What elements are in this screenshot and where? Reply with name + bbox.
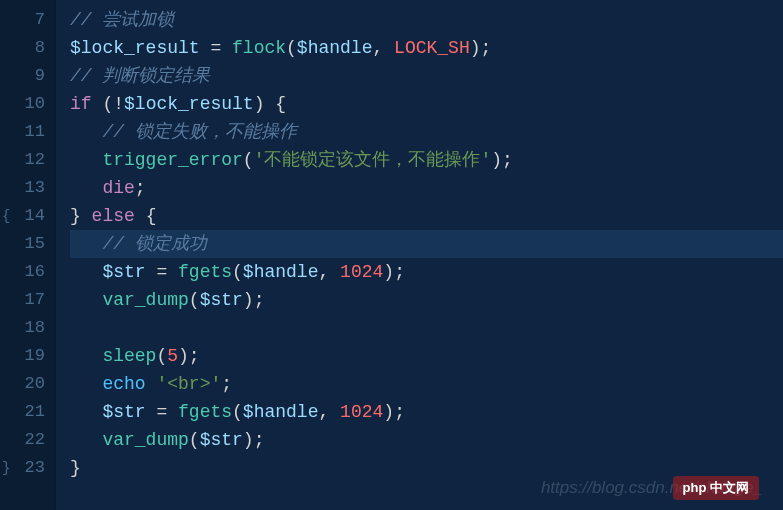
token-variable: $handle — [297, 38, 373, 58]
code-line[interactable]: die; — [70, 174, 783, 202]
token-variable: $str — [200, 290, 243, 310]
code-line[interactable]: $lock_result = flock($handle, LOCK_SH); — [70, 34, 783, 62]
token-comment: // 尝试加锁 — [70, 10, 174, 30]
token-function: trigger_error — [102, 150, 242, 170]
token-number: 1024 — [340, 262, 383, 282]
line-number: 15 — [4, 230, 45, 258]
token-punct: ; — [254, 290, 265, 310]
token-variable: $handle — [243, 402, 319, 422]
token-punct: , — [318, 262, 340, 282]
line-number-gutter: 7891011121314151617181920212223 — [0, 0, 56, 510]
token-paren: ( — [189, 430, 200, 450]
token-function: var_dump — [102, 290, 188, 310]
line-number: 16 — [4, 258, 45, 286]
token-paren: ( — [232, 402, 243, 422]
token-number: 1024 — [340, 402, 383, 422]
code-line[interactable]: // 锁定成功 — [70, 230, 783, 258]
line-number: 23 — [4, 454, 45, 482]
token-punct: ; — [502, 150, 513, 170]
line-number: 8 — [4, 34, 45, 62]
token-punct: ; — [135, 178, 146, 198]
token-paren: ( — [243, 150, 254, 170]
code-editor[interactable]: 7891011121314151617181920212223 // 尝试加锁$… — [0, 0, 783, 510]
token-function: flock — [232, 38, 286, 58]
token-paren: ) — [254, 94, 276, 114]
token-variable: $handle — [243, 262, 319, 282]
code-line[interactable]: } else { — [70, 202, 783, 230]
code-line[interactable]: var_dump($str); — [70, 426, 783, 454]
line-number: 19 — [4, 342, 45, 370]
token-brace: } — [70, 458, 81, 478]
token-punct: ; — [221, 374, 232, 394]
token-punct: ; — [394, 402, 405, 422]
token-paren: ) — [383, 402, 394, 422]
line-number: 10 — [4, 90, 45, 118]
token-number: 5 — [167, 346, 178, 366]
token-brace: { — [135, 206, 157, 226]
token-function: sleep — [102, 346, 156, 366]
token-function: var_dump — [102, 430, 188, 450]
code-line[interactable]: // 尝试加锁 — [70, 6, 783, 34]
token-blue: echo — [102, 374, 156, 394]
token-brace: { — [275, 94, 286, 114]
token-paren: ( — [189, 290, 200, 310]
token-string: '不能锁定该文件，不能操作' — [254, 150, 492, 170]
token-variable: $str — [200, 430, 243, 450]
token-string: '<br>' — [156, 374, 221, 394]
token-punct: ; — [189, 346, 200, 366]
code-line[interactable]: var_dump($str); — [70, 286, 783, 314]
line-number: 21 — [4, 398, 45, 426]
token-function: fgets — [178, 262, 232, 282]
token-paren: ) — [178, 346, 189, 366]
token-paren: ) — [491, 150, 502, 170]
code-area[interactable]: // 尝试加锁$lock_result = flock($handle, LOC… — [56, 0, 783, 510]
token-paren: ) — [470, 38, 481, 58]
line-number: 12 — [4, 146, 45, 174]
line-number: 22 — [4, 426, 45, 454]
token-keyword: if — [70, 94, 92, 114]
token-comment: // 锁定失败，不能操作 — [102, 122, 296, 142]
token-punct: ; — [394, 262, 405, 282]
token-brace: } — [70, 206, 92, 226]
token-keyword: die — [102, 178, 134, 198]
code-line[interactable] — [70, 314, 783, 342]
line-number: 20 — [4, 370, 45, 398]
token-paren: ( — [232, 262, 243, 282]
token-paren: ( — [92, 94, 114, 114]
token-keyword: else — [92, 206, 135, 226]
line-number: 7 — [4, 6, 45, 34]
token-operator: = — [146, 402, 178, 422]
token-variable: $str — [102, 402, 145, 422]
code-line[interactable]: // 判断锁定结果 — [70, 62, 783, 90]
token-operator: ! — [113, 94, 124, 114]
token-operator: = — [146, 262, 178, 282]
site-logo-badge: php 中文网 — [673, 476, 759, 500]
token-paren: ) — [243, 290, 254, 310]
token-variable: $str — [102, 262, 145, 282]
token-punct: , — [372, 38, 394, 58]
token-paren: ) — [243, 430, 254, 450]
code-line[interactable]: if (!$lock_result) { — [70, 90, 783, 118]
token-punct: , — [318, 402, 340, 422]
token-comment: // 判断锁定结果 — [70, 66, 210, 86]
code-line[interactable]: sleep(5); — [70, 342, 783, 370]
code-line[interactable]: $str = fgets($handle, 1024); — [70, 398, 783, 426]
line-number: 17 — [4, 286, 45, 314]
line-number: 14 — [4, 202, 45, 230]
token-paren: ( — [286, 38, 297, 58]
token-paren: ( — [156, 346, 167, 366]
token-punct: ; — [254, 430, 265, 450]
line-number: 18 — [4, 314, 45, 342]
code-line[interactable]: $str = fgets($handle, 1024); — [70, 258, 783, 286]
code-line[interactable]: // 锁定失败，不能操作 — [70, 118, 783, 146]
token-function: fgets — [178, 402, 232, 422]
token-comment: // 锁定成功 — [102, 234, 206, 254]
line-number: 9 — [4, 62, 45, 90]
token-paren: ) — [383, 262, 394, 282]
token-punct: ; — [481, 38, 492, 58]
line-number: 11 — [4, 118, 45, 146]
token-variable: $lock_result — [70, 38, 200, 58]
code-line[interactable]: trigger_error('不能锁定该文件，不能操作'); — [70, 146, 783, 174]
token-operator: = — [200, 38, 232, 58]
code-line[interactable]: echo '<br>'; — [70, 370, 783, 398]
